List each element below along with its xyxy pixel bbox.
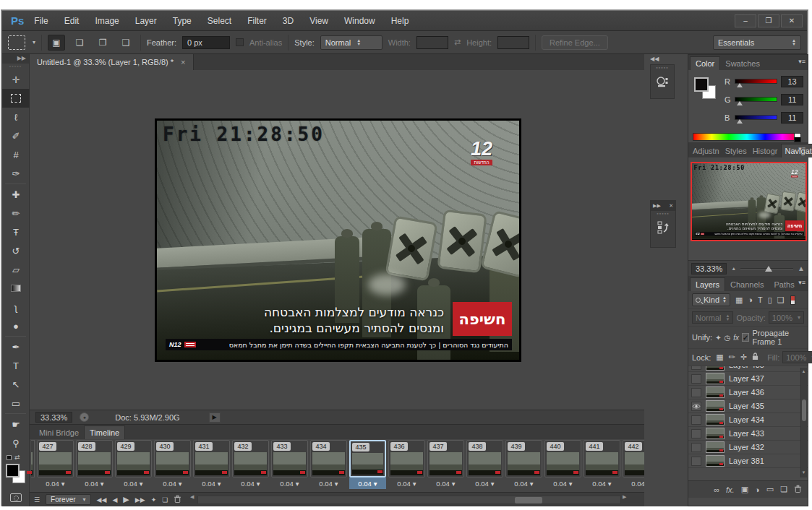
tab-channels[interactable]: Channels	[725, 278, 769, 291]
duplicate-frame-icon[interactable]: ❏	[162, 496, 168, 503]
add-layer-mask-icon[interactable]: ▣	[741, 485, 748, 494]
feather-input[interactable]: 0 px	[182, 36, 230, 49]
menu-help[interactable]: Help	[391, 16, 409, 26]
gradient-tool[interactable]	[2, 279, 30, 298]
eraser-tool[interactable]: ▱	[2, 260, 30, 279]
tab-mini-bridge[interactable]: Mini Bridge	[34, 426, 84, 439]
frame-delay-dropdown[interactable]: 0.04▾	[584, 477, 620, 489]
delete-layer-icon[interactable]	[794, 485, 802, 495]
frame-delay-dropdown[interactable]: 0.04▾	[388, 477, 425, 489]
frame-thumbnail[interactable]: 428	[76, 440, 113, 477]
tab-color[interactable]: Color	[690, 56, 720, 70]
layer-row[interactable]: Layer 438	[688, 366, 808, 372]
menu-select[interactable]: Select	[208, 16, 231, 26]
frame-delay-dropdown[interactable]: 0.04▾	[115, 477, 152, 489]
refine-edge-button[interactable]: Refine Edge...	[542, 35, 608, 50]
frame-delay-dropdown[interactable]: 0.04▾	[232, 477, 269, 489]
channel-value[interactable]: 11	[781, 112, 803, 124]
unify-style-icon[interactable]: fx	[733, 334, 739, 342]
canvas-area[interactable]: Fri 21:28:50 12 החדשות כנראה מודעים למצל…	[30, 70, 646, 410]
frame-thumbnail[interactable]: 439	[505, 440, 542, 477]
next-frame-icon[interactable]: ▶▶	[135, 496, 145, 503]
minimize-button[interactable]: –	[735, 14, 756, 27]
slider-thumb[interactable]	[737, 83, 743, 87]
timeline-frame-432[interactable]: 4320.04▾	[232, 440, 269, 489]
frame-delay-dropdown[interactable]: 0.04▾	[505, 477, 542, 489]
channel-slider[interactable]	[735, 97, 777, 103]
tools-panel-grip[interactable]: ▪▪▪▪▪	[2, 64, 29, 70]
frame-thumbnail[interactable]: 427	[37, 440, 74, 477]
frame-thumbnail[interactable]: 436	[388, 440, 425, 477]
intersect-selection-button[interactable]: ❑	[117, 35, 134, 51]
layer-thumbnail[interactable]	[706, 428, 725, 439]
zoom-out-icon[interactable]: ▲	[731, 266, 736, 271]
opacity-value[interactable]: 100% ▾	[769, 311, 804, 324]
layer-name[interactable]: Layer 434	[729, 415, 764, 424]
timeline-frame-429[interactable]: 4290.04▾	[115, 440, 152, 489]
float-grip[interactable]: ▪▪▪▪▪	[651, 211, 675, 217]
link-layers-icon[interactable]: ∞	[714, 485, 719, 494]
menu-window[interactable]: Window	[344, 16, 375, 26]
tab-adjustments[interactable]: Adjustn	[690, 144, 722, 157]
layer-thumbnail[interactable]	[706, 441, 725, 453]
previous-frame-icon[interactable]: ◀	[112, 496, 117, 503]
timeline-frame-441[interactable]: 4410.04▾	[584, 440, 620, 489]
layer-visibility-toggle[interactable]	[691, 374, 701, 384]
layer-name[interactable]: Layer 433	[729, 429, 764, 438]
filter-toggle-icon[interactable]	[790, 295, 795, 305]
frame-delay-dropdown[interactable]: 0.04▾	[154, 477, 191, 489]
filter-smart-objects-icon[interactable]: ❑	[777, 295, 785, 305]
foreground-color-swatch[interactable]	[694, 77, 709, 92]
brush-tool[interactable]: ✏	[2, 204, 30, 222]
layer-visibility-toggle[interactable]	[691, 366, 701, 370]
timeline-frame-428[interactable]: 4280.04▾	[76, 440, 113, 489]
new-group-icon[interactable]: ▭	[766, 485, 774, 494]
document-tab[interactable]: Untitled-1 @ 33.3% (Layer 1, RGB/8) * ×	[30, 54, 194, 70]
lock-all-icon[interactable]	[752, 353, 758, 362]
document-close-icon[interactable]: ×	[181, 58, 185, 66]
navigator-zoom-slider[interactable]	[740, 265, 793, 272]
lock-pixels-icon[interactable]: ✏	[729, 353, 735, 362]
convert-to-video-timeline-icon[interactable]: ☰	[34, 496, 40, 503]
layer-row[interactable]: Layer 436	[688, 386, 808, 399]
width-input[interactable]	[416, 36, 448, 49]
timeline-frame-440[interactable]: 4400.04▾	[544, 440, 581, 489]
layer-visibility-toggle[interactable]	[691, 429, 701, 438]
layer-visibility-toggle[interactable]	[691, 388, 701, 397]
quick-selection-tool[interactable]: ✐	[2, 126, 30, 145]
lock-transparency-icon[interactable]: ▦	[716, 353, 723, 362]
tools-panel-collapse-icon[interactable]: ▶▶	[2, 54, 29, 64]
timeline-frame-439[interactable]: 4390.04▾	[505, 440, 542, 489]
path-selection-tool[interactable]: ↖	[2, 375, 30, 394]
frame-delay-dropdown[interactable]: 0.04▾	[544, 477, 581, 489]
layer-visibility-toggle[interactable]	[691, 457, 701, 466]
default-swap-colors[interactable]: ⇄	[2, 452, 29, 462]
layer-thumbnail[interactable]	[706, 414, 725, 425]
scroll-down-icon[interactable]: ▼	[800, 470, 807, 475]
timeline-frame-427[interactable]: 4270.04▾	[37, 440, 74, 489]
timeline-frame-431[interactable]: 4310.04▾	[193, 440, 230, 489]
layer-visibility-toggle[interactable]	[691, 415, 701, 425]
channel-value[interactable]: 13	[781, 76, 803, 87]
layers-scrollbar-thumb[interactable]	[802, 399, 806, 421]
frame-thumbnail[interactable]: 431	[193, 440, 230, 477]
layer-visibility-toggle[interactable]	[691, 443, 701, 452]
slider-thumb[interactable]	[737, 101, 743, 105]
frame-thumbnail[interactable]: 433	[271, 440, 308, 477]
layer-name[interactable]: Layer 436	[729, 388, 764, 397]
crop-tool[interactable]: #	[2, 145, 30, 164]
layer-thumbnail[interactable]	[706, 373, 725, 384]
canvas-document[interactable]: Fri 21:28:50 12 החדשות כנראה מודעים למצל…	[155, 118, 521, 362]
propagate-frame-checkbox[interactable]: ✓	[742, 333, 749, 342]
menu-edit[interactable]: Edit	[64, 16, 80, 26]
layer-row[interactable]: Layer 432	[688, 441, 808, 454]
menu-view[interactable]: View	[309, 16, 328, 26]
timeline-scrollbar-thumb[interactable]	[515, 497, 542, 503]
frame-thumbnail[interactable]: 441	[584, 440, 620, 477]
frame-delay-dropdown[interactable]: 0.04▾	[271, 477, 308, 489]
timeline-frame-430[interactable]: 4300.04▾	[154, 440, 191, 489]
scroll-right-icon[interactable]: ▶	[623, 494, 626, 500]
layer-name[interactable]: Layer 437	[729, 374, 764, 383]
layer-name[interactable]: Layer 438	[729, 366, 764, 369]
screen-mode-button[interactable]	[2, 507, 30, 510]
